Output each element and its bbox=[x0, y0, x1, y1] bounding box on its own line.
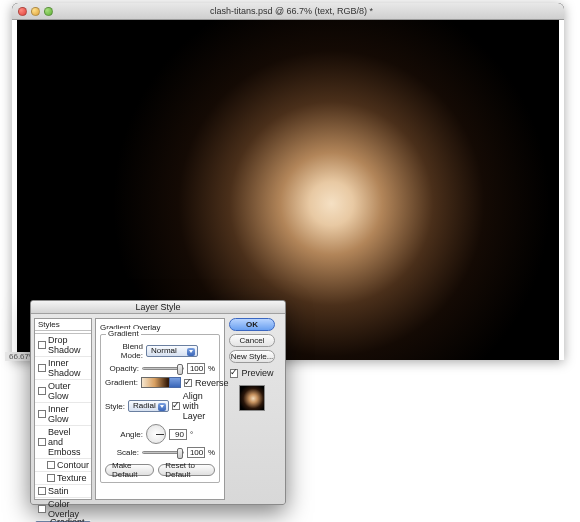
align-checkbox[interactable] bbox=[172, 402, 180, 410]
fx-label: Drop Shadow bbox=[48, 335, 88, 355]
scale-input[interactable]: 100 bbox=[187, 447, 205, 458]
opacity-slider[interactable] bbox=[142, 367, 184, 370]
blend-mode-label: Blend Mode: bbox=[105, 342, 143, 360]
scale-slider[interactable] bbox=[142, 451, 184, 454]
fx-label: Satin bbox=[48, 486, 69, 496]
fieldset-title: Gradient bbox=[106, 329, 141, 338]
settings-panel: Gradient Overlay Gradient Blend Mode: No… bbox=[95, 318, 225, 500]
fx-checkbox[interactable] bbox=[38, 341, 46, 349]
gradient-label: Gradient: bbox=[105, 378, 138, 387]
fx-label: Outer Glow bbox=[48, 381, 88, 401]
dialog-buttons: OK Cancel New Style... Preview bbox=[228, 318, 276, 500]
angle-input[interactable]: 90 bbox=[169, 429, 187, 440]
fx-label: Bevel and Emboss bbox=[48, 427, 88, 457]
angle-unit: ° bbox=[190, 430, 193, 439]
style-label: Style: bbox=[105, 402, 125, 411]
preview-label: Preview bbox=[241, 368, 273, 378]
layer-style-dialog: Layer Style Styles Blending Options: Cus… bbox=[30, 300, 286, 505]
preview-thumbnail bbox=[239, 385, 265, 411]
reverse-label: Reverse bbox=[195, 378, 229, 388]
fx-label: Inner Shadow bbox=[48, 358, 88, 378]
new-style-button[interactable]: New Style... bbox=[229, 350, 275, 363]
reset-default-button[interactable]: Reset to Default bbox=[158, 464, 215, 476]
fx-label: Gradient Overlay bbox=[50, 517, 85, 522]
fx-checkbox[interactable] bbox=[38, 487, 46, 495]
fx-label: Color Overlay bbox=[48, 499, 88, 519]
fx-label: Contour bbox=[57, 460, 89, 470]
scale-label: Scale: bbox=[105, 448, 139, 457]
fx-checkbox[interactable] bbox=[47, 474, 55, 482]
fx-checkbox[interactable] bbox=[47, 461, 55, 469]
fx-checkbox[interactable] bbox=[38, 364, 46, 372]
fx-label: Texture bbox=[57, 473, 87, 483]
opacity-input[interactable]: 100 bbox=[187, 363, 205, 374]
fx-row-outer-glow[interactable]: Outer Glow bbox=[35, 380, 91, 403]
align-label: Align with Layer bbox=[183, 391, 215, 421]
titlebar: clash-titans.psd @ 66.7% (text, RGB/8) * bbox=[12, 3, 564, 20]
angle-dial[interactable] bbox=[146, 424, 166, 444]
make-default-button[interactable]: Make Default bbox=[105, 464, 154, 476]
fx-checkbox[interactable] bbox=[38, 505, 46, 513]
styles-list: Styles Blending Options: Custom Drop Sha… bbox=[34, 318, 92, 500]
fx-checkbox[interactable] bbox=[38, 387, 46, 395]
opacity-unit: % bbox=[208, 364, 215, 373]
fx-row-inner-glow[interactable]: Inner Glow bbox=[35, 403, 91, 426]
fx-row-satin[interactable]: Satin bbox=[35, 485, 91, 498]
fx-row-bevel-and-emboss[interactable]: Bevel and Emboss bbox=[35, 426, 91, 459]
preview-checkbox[interactable] bbox=[230, 369, 238, 378]
document-title: clash-titans.psd @ 66.7% (text, RGB/8) * bbox=[19, 6, 564, 16]
angle-label: Angle: bbox=[105, 430, 143, 439]
scale-unit: % bbox=[208, 448, 215, 457]
style-select[interactable]: Radial bbox=[128, 400, 169, 412]
ok-button[interactable]: OK bbox=[229, 318, 275, 331]
blend-mode-select[interactable]: Normal bbox=[146, 345, 198, 357]
styles-header[interactable]: Styles bbox=[35, 319, 91, 331]
cancel-button[interactable]: Cancel bbox=[229, 334, 275, 347]
fx-checkbox[interactable] bbox=[38, 438, 46, 446]
fx-row-inner-shadow[interactable]: Inner Shadow bbox=[35, 357, 91, 380]
fx-checkbox[interactable] bbox=[38, 410, 46, 418]
fx-row-texture[interactable]: Texture bbox=[35, 472, 91, 485]
opacity-label: Opacity: bbox=[105, 364, 139, 373]
dialog-title: Layer Style bbox=[31, 301, 285, 314]
fx-row-drop-shadow[interactable]: Drop Shadow bbox=[35, 334, 91, 357]
gradient-picker[interactable] bbox=[141, 377, 181, 388]
fx-row-contour[interactable]: Contour bbox=[35, 459, 91, 472]
fx-label: Inner Glow bbox=[48, 404, 88, 424]
reverse-checkbox[interactable] bbox=[184, 379, 192, 387]
gradient-fieldset: Gradient Blend Mode: Normal Opacity: 100… bbox=[100, 334, 220, 483]
